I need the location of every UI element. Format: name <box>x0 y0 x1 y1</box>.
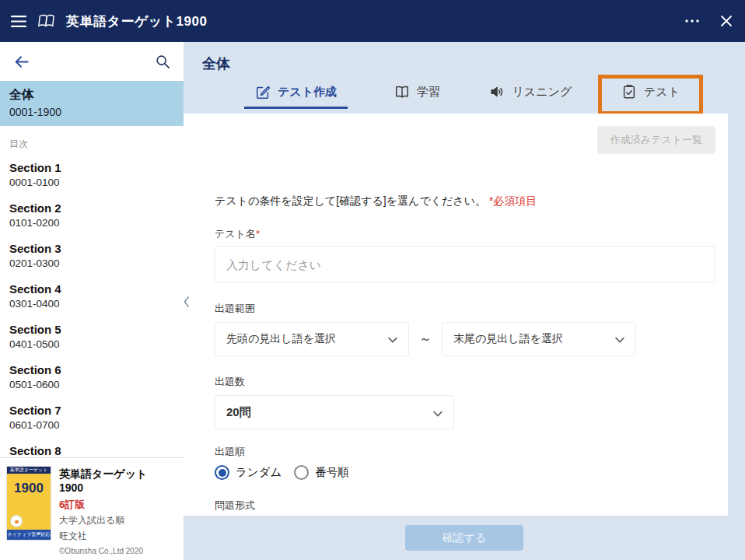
test-name-label-text: テスト名 <box>215 228 256 240</box>
section-label: Section 7 <box>9 404 174 417</box>
tab-test[interactable]: テスト <box>618 84 683 109</box>
range-separator: ～ <box>419 331 432 348</box>
sidebar-section-item[interactable]: Section 30201-0300 <box>0 236 184 276</box>
titlebar-actions <box>684 15 733 27</box>
question-range-label: 出題範囲 <box>215 302 715 316</box>
book-publisher: 旺文社 <box>59 530 147 543</box>
order-option-number-order[interactable]: 番号順 <box>294 465 349 480</box>
speaker-icon <box>489 84 505 100</box>
test-create-panel: 作成済みテスト一覧 テストの条件を設定して[確認する]を選んでください。 *必須… <box>184 114 728 516</box>
book-info: 英単語ターゲット 1900 6訂版 大学入試出る順 旺文社 ©Obunsha C… <box>59 466 147 554</box>
app-title: 英単語ターゲット1900 <box>66 12 207 30</box>
sidebar-section-item[interactable]: Section 10001-0100 <box>0 155 184 195</box>
created-tests-list-button[interactable]: 作成済みテスト一覧 <box>597 126 715 154</box>
required-note: *必須項目 <box>489 194 537 207</box>
order-option-label: ランダム <box>236 465 282 480</box>
book-title-line2: 1900 <box>59 481 147 495</box>
form-instruction: テストの条件を設定して[確認する]を選んでください。 *必須項目 <box>215 194 715 208</box>
section-label: Section 8 <box>9 444 174 457</box>
order-option-label: 番号順 <box>315 465 349 480</box>
more-options-icon[interactable] <box>684 19 700 23</box>
book-info-panel: 英単語ターゲット 1900 ネイティブ音声対応 英単語ターゲット 1900 6訂… <box>0 457 184 560</box>
question-count-label: 出題数 <box>215 375 715 389</box>
range-end-value: 末尾の見出し語を選択 <box>453 332 563 346</box>
section-label: Section 1 <box>9 161 174 174</box>
chevron-down-icon <box>433 406 442 419</box>
footer-bar: 確認する <box>184 516 745 560</box>
page-title: 全体 <box>184 42 745 73</box>
tab-listening[interactable]: リスニング <box>486 84 575 109</box>
book-copyright: ©Obunsha Co.,Ltd 2020 <box>59 547 147 555</box>
sidebar-section-item[interactable]: Section 50401-0500 <box>0 317 184 357</box>
app-window: 英単語ターゲット1900 全体 0001-1900 <box>0 0 745 560</box>
book-cover-image: 英単語ターゲット 1900 ネイティブ音声対応 <box>6 466 51 541</box>
tab-study[interactable]: 学習 <box>391 84 443 109</box>
sidebar-section-item[interactable]: Section 20101-0200 <box>0 195 184 236</box>
edit-document-icon <box>255 84 271 100</box>
section-range: 0201-0300 <box>9 257 174 269</box>
tab-label: テスト作成 <box>278 85 337 100</box>
book-cover-number: 1900 <box>7 481 51 496</box>
confirm-button[interactable]: 確認する <box>405 525 523 551</box>
toc-label: 目次 <box>0 126 184 155</box>
question-order-label: 出題順 <box>215 445 715 459</box>
tab-label: テスト <box>644 85 680 100</box>
question-format-label: 問題形式 <box>215 499 715 513</box>
book-edition: 6訂版 <box>59 498 147 512</box>
section-label: Section 3 <box>9 242 174 255</box>
test-name-input[interactable] <box>215 246 715 283</box>
question-count-select[interactable]: 20問 <box>215 395 454 429</box>
overall-label: 全体 <box>9 87 174 103</box>
question-count-value: 20問 <box>226 405 251 420</box>
book-icon <box>394 84 410 100</box>
hamburger-menu-icon[interactable] <box>11 16 26 27</box>
book-cover-main: 1900 <box>7 474 51 530</box>
section-range: 0001-0100 <box>9 177 174 188</box>
range-end-select[interactable]: 末尾の見出し語を選択 <box>442 322 636 356</box>
question-range-row: 先頭の見出し語を選択 ～ 末尾の見出し語を選択 <box>215 322 715 356</box>
overall-range: 0001-1900 <box>9 106 174 118</box>
section-label: Section 2 <box>9 201 174 215</box>
clipboard-check-icon <box>621 84 637 100</box>
main-content: 全体 テスト作成学習リスニングテスト 作成済みテスト一覧 テストの条件を設定して… <box>184 42 745 560</box>
tab-test-create[interactable]: テスト作成 <box>244 84 348 109</box>
sidebar-toolbar <box>0 42 184 81</box>
test-name-required-mark: * <box>256 228 260 240</box>
section-label: Section 4 <box>9 282 174 296</box>
sidebar-item-overall[interactable]: 全体 0001-1900 <box>0 81 184 126</box>
section-label: Section 6 <box>9 363 174 376</box>
book-mascot-icon <box>10 515 23 527</box>
book-title-line1: 英単語ターゲット <box>59 467 147 481</box>
order-option-random[interactable]: ランダム <box>215 465 282 480</box>
range-start-value: 先頭の見出し語を選択 <box>226 332 336 346</box>
section-range: 0601-0700 <box>9 419 174 431</box>
sidebar: 全体 0001-1900 目次 Section 10001-0100Sectio… <box>0 42 184 560</box>
book-title: 英単語ターゲット 1900 <box>59 467 147 495</box>
section-range: 0401-0500 <box>9 338 174 350</box>
sidebar-collapse-handle[interactable] <box>184 291 192 313</box>
section-range: 0101-0200 <box>9 217 174 229</box>
section-label: Section 5 <box>9 323 174 336</box>
radio-unselected-icon[interactable] <box>294 465 309 480</box>
tab-bar: テスト作成学習リスニングテスト <box>184 73 745 109</box>
sidebar-section-item[interactable]: Section 70601-0700 <box>0 397 184 438</box>
app-logo-icon <box>37 12 56 30</box>
titlebar: 英単語ターゲット1900 <box>0 0 745 42</box>
radio-selected-icon[interactable] <box>215 465 229 480</box>
chevron-down-icon <box>615 333 624 345</box>
book-audio-badge: ネイティブ音声対応 <box>7 530 51 540</box>
range-start-select[interactable]: 先頭の見出し語を選択 <box>215 322 409 356</box>
sidebar-section-item[interactable]: Section 60501-0600 <box>0 357 184 397</box>
back-arrow-icon[interactable] <box>13 54 30 70</box>
order-radio-group: ランダム番号順 <box>215 465 715 480</box>
tab-label: リスニング <box>512 85 572 100</box>
chevron-down-icon <box>388 333 397 345</box>
sidebar-section-item[interactable]: Section 40301-0400 <box>0 276 184 317</box>
search-icon[interactable] <box>155 54 170 69</box>
book-cover-series: 英単語ターゲット <box>7 467 51 474</box>
close-icon[interactable] <box>720 15 733 27</box>
instruction-text: テストの条件を設定して[確認する]を選んでください。 <box>215 194 486 207</box>
tab-label: 学習 <box>417 85 440 100</box>
section-range: 0501-0600 <box>9 379 174 390</box>
book-subtitle: 大学入試出る順 <box>59 514 147 527</box>
